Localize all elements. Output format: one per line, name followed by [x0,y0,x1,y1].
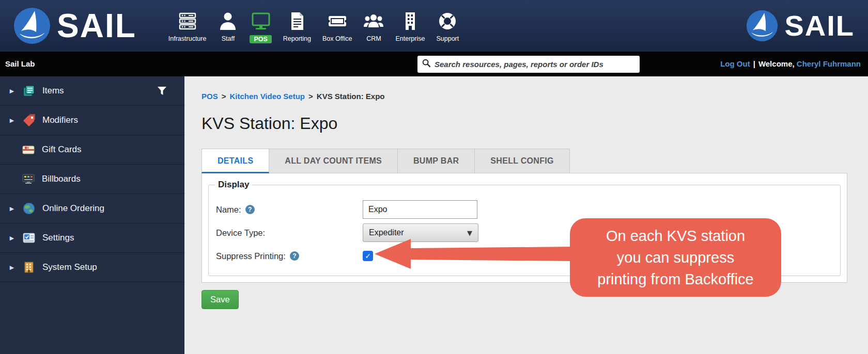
user-area: Log Out|Welcome, Cheryl Fuhrmann [720,59,861,68]
device-type-label: Device Type: [216,228,363,238]
breadcrumb-link-pos[interactable]: POS [202,92,218,101]
nav-item-enterprise[interactable]: Enterprise [395,11,425,42]
sidebar-item-label: Billboards [42,174,81,184]
suppress-printing-label: Suppress Printing: ? [216,251,363,261]
breadcrumb-separator: > [222,92,226,101]
tab-bump-bar[interactable]: BUMP BAR [398,149,475,173]
brand-right[interactable]: SAIL [746,10,855,42]
nav-item-label: Box Office [322,35,352,42]
nav-item-label: CRM [366,35,381,42]
sidebar-item-gift-cards[interactable]: Gift Cards [0,135,184,165]
breadcrumb-link-kitchen-video-setup[interactable]: Kitchen Video Setup [229,92,305,101]
nav-item-pos[interactable]: POS [250,11,271,43]
gift-cards-icon [22,143,35,156]
user-name-link[interactable]: Cheryl Fuhrmann [797,59,861,68]
location-label: Sail Lab [5,59,35,68]
annotation-line: On each KVS station [579,225,772,247]
sidebar-item-label: Settings [42,233,74,243]
sidebar-item-label: Gift Cards [42,144,82,155]
nav-item-support[interactable]: Support [436,11,459,42]
name-row: Name: ? [216,200,833,219]
tab-bar: DETAILS ALL DAY COUNT ITEMS BUMP BAR SHE… [202,149,847,173]
ticket-icon [327,11,348,31]
expand-caret-icon[interactable]: ▶ [8,205,16,212]
search-icon [422,59,431,70]
top-header: SAIL Infrastructure Staff POS [0,0,868,52]
check-icon: ✓ [365,252,371,260]
main-content: POS>Kitchen Video Setup>KVS Station: Exp… [184,76,868,354]
tab-shell-config[interactable]: SHELL CONFIG [475,149,569,173]
modifiers-icon [22,114,36,127]
name-label-text: Name: [216,205,241,215]
primary-nav: Infrastructure Staff POS Reporting [168,9,459,43]
sidebar-item-label: Items [42,86,64,96]
nav-item-label: POS [250,35,271,43]
name-label: Name: ? [216,205,363,215]
sidebar-item-modifiers[interactable]: ▶ Modifiers [0,106,184,135]
chevron-down-icon: ▼ [467,229,472,237]
nav-item-label: Reporting [283,35,311,42]
items-icon [22,84,36,98]
breadcrumb: POS>Kitchen Video Setup>KVS Station: Exp… [202,92,847,101]
separator: | [753,59,755,68]
servers-icon [177,11,198,31]
nav-item-label: Infrastructure [168,35,207,42]
device-type-value: Expediter [369,228,404,237]
global-search[interactable] [417,56,640,73]
search-input[interactable] [435,60,635,69]
sidebar-item-items[interactable]: ▶ Items [0,76,184,106]
tab-details[interactable]: DETAILS [202,149,269,173]
nav-item-box-office[interactable]: Box Office [322,11,352,42]
nav-item-infrastructure[interactable]: Infrastructure [168,11,207,42]
welcome-label: Welcome, [758,59,795,68]
logout-link[interactable]: Log Out [720,59,750,68]
globe-icon [22,202,36,215]
annotation-arrow-icon [374,238,572,270]
device-type-label-text: Device Type: [216,228,265,238]
document-icon [287,11,307,31]
building-icon [400,11,421,31]
nav-item-label: Support [436,35,459,42]
help-icon[interactable]: ? [245,205,255,214]
app-root: SAIL Infrastructure Staff POS [0,0,868,354]
suppress-printing-label-text: Suppress Printing: [216,251,286,261]
content-layout: ▶ Items ▶ Modifiers Gift [0,76,868,354]
help-icon[interactable]: ? [290,251,299,261]
expand-caret-icon[interactable]: ▶ [8,264,16,271]
filter-icon[interactable] [157,86,167,95]
lifebuoy-icon [437,11,458,31]
brand-left[interactable]: SAIL [13,7,136,44]
person-icon [218,11,238,31]
sail-logo-icon [13,7,51,44]
sidebar-item-label: Modifiers [42,115,78,125]
sidebar-item-settings[interactable]: ▶ Settings [0,223,184,253]
sidebar: ▶ Items ▶ Modifiers Gift [0,76,184,354]
brand-text: SAIL [57,9,136,42]
annotation-line: printing from Backoffice [579,268,772,290]
section-title: Display [215,180,252,190]
sidebar-item-system-setup[interactable]: ▶ System Setup [0,253,184,282]
tab-all-day-count-items[interactable]: ALL DAY COUNT ITEMS [269,149,398,173]
name-input[interactable] [363,200,477,219]
expand-caret-icon[interactable]: ▶ [8,88,16,94]
monitor-icon [251,11,271,31]
sidebar-item-label: System Setup [42,262,97,272]
nav-item-label: Enterprise [395,35,425,42]
sidebar-item-billboards[interactable]: Billboards [0,165,184,194]
annotation-line: you can suppress [579,247,772,268]
sail-logo-icon [746,10,778,42]
people-icon [363,11,384,31]
expand-caret-icon[interactable]: ▶ [8,117,16,124]
sidebar-item-label: Online Ordering [42,203,104,214]
suppress-printing-checkbox[interactable]: ✓ [363,251,373,261]
system-setup-icon [22,261,36,274]
nav-item-staff[interactable]: Staff [218,11,238,42]
sidebar-item-online-ordering[interactable]: ▶ Online Ordering [0,194,184,223]
breadcrumb-current: KVS Station: Expo [317,92,385,101]
nav-item-reporting[interactable]: Reporting [283,11,311,42]
page-title: KVS Station: Expo [202,114,847,133]
expand-caret-icon[interactable]: ▶ [8,235,16,242]
nav-item-crm[interactable]: CRM [363,11,384,42]
sub-header: Sail Lab Log Out|Welcome, Cheryl Fuhrman… [0,52,868,76]
save-button[interactable]: Save [202,290,239,309]
